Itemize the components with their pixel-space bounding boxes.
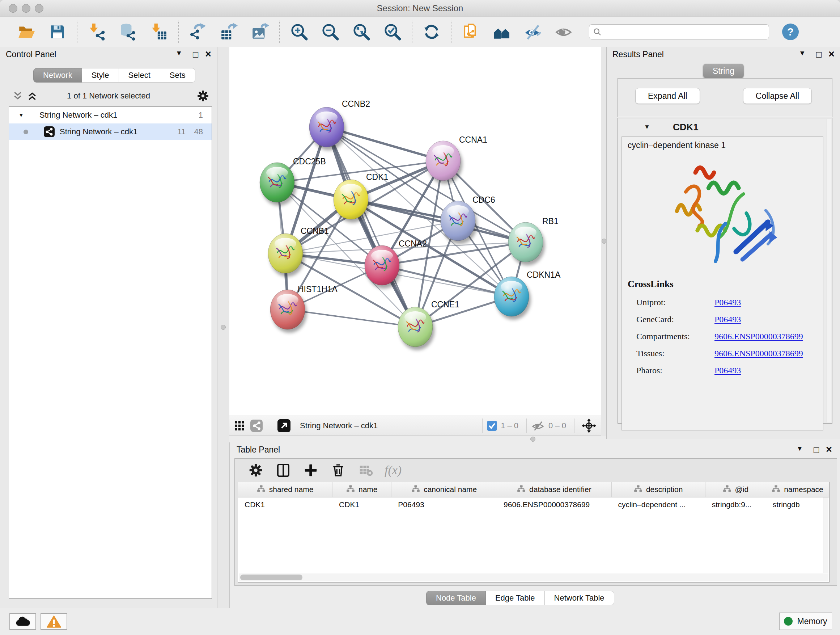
results-panel-menu-icon[interactable]: ▼ — [799, 49, 806, 57]
table-cell[interactable]: stringdb:9... — [706, 497, 766, 513]
tab-network[interactable]: Network — [33, 68, 82, 82]
collection-expander-icon[interactable]: ▼ — [19, 107, 24, 124]
export-network-button[interactable] — [189, 23, 207, 41]
export-table-button[interactable] — [220, 23, 238, 41]
warnings-button[interactable] — [41, 613, 67, 630]
crosslink-row: Tissues: 9606.ENSP00000378699 — [636, 346, 818, 363]
column-header-database-identifier[interactable]: database identifier — [497, 482, 612, 497]
refresh-view-button[interactable] — [423, 23, 441, 41]
detach-view-icon[interactable] — [278, 419, 291, 432]
export-image-button[interactable] — [251, 23, 269, 41]
crosslink-link[interactable]: P06493 — [714, 298, 741, 307]
pan-crosshair-icon[interactable] — [582, 418, 596, 433]
import-table-file-button[interactable] — [150, 23, 168, 41]
column-header-name[interactable]: name — [332, 482, 392, 497]
table-cell[interactable]: cyclin–dependent ... — [612, 497, 706, 513]
collapse-all-button[interactable]: Collapse All — [743, 88, 812, 104]
network-row[interactable]: String Network – cdk1 11 48 — [9, 124, 212, 140]
table-panel-float-icon[interactable]: □ — [813, 445, 819, 455]
import-network-file-button[interactable] — [88, 23, 106, 41]
birds-eye-view-icon[interactable] — [250, 420, 263, 432]
network-node-CCNE1[interactable]: CCNE1 — [398, 300, 459, 347]
bottom-splitter-handle[interactable] — [531, 437, 535, 442]
network-node-CDKN1A[interactable]: CDKN1A — [494, 270, 561, 317]
table-panel-menu-icon[interactable]: ▼ — [796, 445, 803, 453]
crosslink-link[interactable]: 9606.ENSP00000378699 — [714, 332, 803, 341]
tab-select[interactable]: Select — [119, 68, 160, 82]
zoom-out-button[interactable] — [321, 23, 339, 41]
network-node-CDK1[interactable]: CDK1 — [333, 172, 388, 219]
table-cell[interactable]: 9606.ENSP00000378699 — [497, 497, 611, 513]
table-settings-gear-icon[interactable] — [248, 462, 264, 478]
gene-expander-icon[interactable]: ▼ — [644, 124, 650, 131]
control-panel-menu-icon[interactable]: ▼ — [175, 49, 182, 57]
search-box[interactable] — [589, 24, 769, 40]
grid-view-icon[interactable] — [234, 421, 245, 431]
network-collection-row[interactable]: ▼ String Network – cdk1 1 — [9, 107, 212, 124]
column-header-shared-name[interactable]: shared name — [238, 482, 332, 497]
help-button[interactable]: ? — [782, 24, 799, 40]
open-session-button[interactable] — [17, 23, 35, 41]
zoom-in-button[interactable] — [290, 23, 308, 41]
gene-section-header[interactable]: ▼ CDK1 — [619, 119, 826, 136]
tab-node-table[interactable]: Node Table — [426, 591, 486, 605]
show-column-icon[interactable] — [275, 462, 291, 478]
column-header-canonical-name[interactable]: canonical name — [392, 482, 497, 497]
tab-network-table[interactable]: Network Table — [545, 591, 614, 605]
results-panel-float-icon[interactable]: □ — [816, 49, 821, 60]
crosslink-link[interactable]: 9606.ENSP00000378699 — [714, 348, 803, 358]
node-label-CCNB2: CCNB2 — [342, 99, 370, 109]
zoom-selected-button[interactable] — [384, 23, 401, 41]
selected-checkbox-icon[interactable] — [487, 421, 497, 431]
table-row[interactable]: CDK1CDK1P064939606.ENSP00000378699cyclin… — [238, 497, 829, 513]
results-scrollbar[interactable] — [827, 119, 831, 423]
column-header-namespace[interactable]: namespace — [766, 482, 829, 497]
hide-selected-button[interactable] — [524, 23, 542, 41]
control-panel-close-icon[interactable]: × — [205, 49, 211, 59]
scrollbar-thumb[interactable] — [240, 575, 302, 580]
network-node-HIST1H1A[interactable]: HIST1H1A — [270, 285, 338, 329]
network-options-gear-icon[interactable] — [197, 90, 209, 102]
automation-cloud-button[interactable] — [9, 613, 36, 630]
save-session-button[interactable] — [49, 23, 66, 41]
hidden-eye-slash-icon — [531, 419, 545, 432]
duplicate-network-button[interactable] — [462, 23, 480, 41]
tab-sets[interactable]: Sets — [160, 68, 195, 82]
network-node-CCNB2[interactable]: CCNB2 — [309, 99, 370, 147]
network-node-RB1[interactable]: RB1 — [508, 217, 559, 262]
memory-button[interactable]: Memory — [779, 613, 832, 630]
results-panel-close-icon[interactable]: × — [829, 49, 835, 59]
network-node-CCNB1[interactable]: CCNB1 — [268, 226, 329, 273]
node-table[interactable]: shared namenamecanonical namedatabase id… — [238, 482, 829, 583]
table-cell[interactable]: CDK1 — [238, 497, 332, 513]
network-edge[interactable] — [327, 127, 443, 161]
table-vertical-scrollbar[interactable] — [823, 497, 829, 573]
first-neighbors-button[interactable] — [493, 23, 511, 41]
crosslink-link[interactable]: P06493 — [714, 366, 741, 375]
table-cell[interactable]: CDK1 — [332, 497, 392, 513]
column-header-at-id[interactable]: @id — [706, 482, 766, 497]
tab-edge-table[interactable]: Edge Table — [486, 591, 545, 605]
crosslink-row: Compartments: 9606.ENSP00000378699 — [636, 329, 818, 346]
table-panel-close-icon[interactable]: × — [826, 445, 832, 454]
network-edge[interactable] — [287, 310, 415, 327]
table-cell[interactable]: P06493 — [392, 497, 497, 513]
create-column-icon[interactable] — [303, 462, 319, 478]
delete-column-icon[interactable] — [330, 462, 346, 478]
tab-string[interactable]: String — [703, 64, 744, 78]
table-horizontal-scrollbar[interactable] — [239, 573, 829, 581]
network-edge[interactable] — [327, 127, 415, 327]
network-canvas[interactable]: CCNB2 CCNA1 CDC25B CDK1 — [229, 47, 601, 416]
left-splitter-handle[interactable] — [221, 325, 226, 330]
tab-style[interactable]: Style — [82, 68, 119, 82]
crosslink-link[interactable]: P06493 — [714, 315, 741, 325]
right-splitter-handle[interactable] — [602, 239, 607, 244]
expand-all-button[interactable]: Expand All — [635, 88, 700, 104]
search-input[interactable] — [602, 27, 765, 36]
control-panel-float-icon[interactable]: □ — [193, 49, 198, 60]
show-all-button[interactable] — [555, 23, 573, 41]
zoom-fit-button[interactable] — [352, 23, 370, 41]
import-network-database-button[interactable] — [118, 23, 137, 41]
table-cell[interactable]: stringdb — [766, 497, 829, 513]
column-header-description[interactable]: description — [612, 482, 706, 497]
